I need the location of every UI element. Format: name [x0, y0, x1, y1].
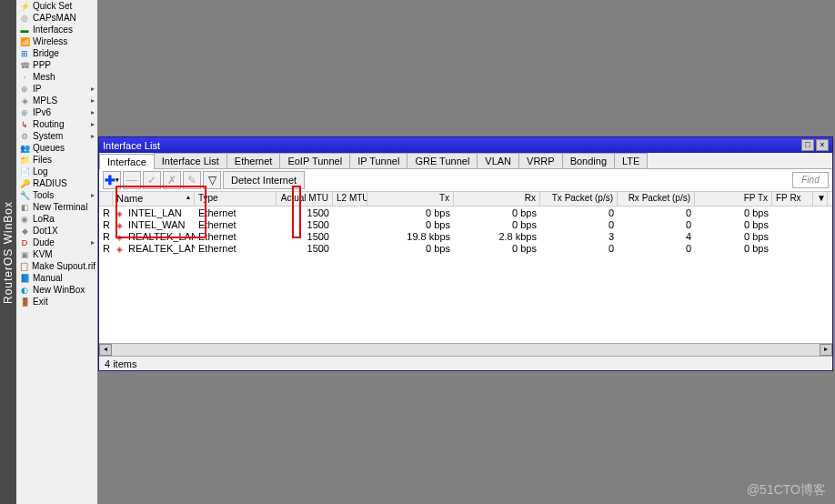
- detect-internet-button[interactable]: Detect Internet: [223, 171, 305, 189]
- submenu-arrow-icon: ▸: [91, 132, 95, 140]
- scroll-right-button[interactable]: ▸: [820, 344, 832, 356]
- sidebar-item-make-supout.rif[interactable]: 📋Make Supout.rif: [16, 260, 97, 272]
- cell-name: ◈INTEL_WAN: [113, 219, 195, 230]
- sidebar-item-new-terminal[interactable]: ◧New Terminal: [16, 201, 97, 213]
- sidebar-label: Exit: [33, 297, 48, 307]
- col-flag[interactable]: [99, 192, 113, 206]
- tab-eoip-tunnel[interactable]: EoIP Tunnel: [279, 153, 350, 168]
- sidebar-item-queues[interactable]: 👥Queues: [16, 142, 97, 154]
- scroll-left-button[interactable]: ◂: [99, 344, 112, 356]
- sidebar-label: Manual: [33, 273, 63, 283]
- sidebar-item-dude[interactable]: DDude▸: [16, 237, 97, 248]
- disable-button[interactable]: ✗: [163, 171, 181, 189]
- close-button[interactable]: ×: [816, 139, 829, 151]
- col-actual-mtu[interactable]: Actual MTU: [277, 192, 333, 206]
- table-row[interactable]: R◈REALTEK_LAN2Ethernet15000 bps0 bps000 …: [99, 242, 832, 254]
- sidebar-item-radius[interactable]: 🔑RADIUS: [16, 177, 97, 189]
- cell-tx-packet: 0: [540, 207, 618, 218]
- col-tx[interactable]: Tx: [367, 192, 454, 206]
- sidebar-label: Tools: [33, 190, 54, 200]
- table-row[interactable]: R◈INTEL_LANEthernet15000 bps0 bps000 bps: [99, 207, 832, 218]
- tab-interface[interactable]: Interface: [99, 154, 155, 169]
- column-dropdown[interactable]: ▼: [813, 192, 828, 206]
- sidebar-item-exit[interactable]: 🚪Exit: [16, 296, 97, 307]
- cell-fp-tx: 0 bps: [695, 243, 772, 254]
- enable-button[interactable]: ✓: [143, 171, 161, 189]
- interface-icon: ◈: [116, 221, 126, 230]
- col-rx[interactable]: Rx: [454, 192, 540, 206]
- col-rx-packet[interactable]: Rx Packet (p/s): [618, 192, 695, 206]
- cell-rx-packet: 0: [618, 207, 695, 218]
- cell-tx: 19.8 kbps: [367, 231, 454, 242]
- sidebar-icon: 🚪: [19, 297, 30, 307]
- sidebar-item-manual[interactable]: 📘Manual: [16, 272, 97, 284]
- cell-flag: R: [99, 219, 113, 230]
- sidebar-item-tools[interactable]: 🔧Tools▸: [16, 189, 97, 201]
- col-l2-mtu[interactable]: L2 MTU: [333, 192, 367, 206]
- tab-vlan[interactable]: VLAN: [477, 153, 519, 168]
- tab-ethernet[interactable]: Ethernet: [226, 153, 281, 168]
- tab-vrrp[interactable]: VRRP: [518, 153, 563, 168]
- tab-lte[interactable]: LTE: [614, 153, 648, 168]
- sidebar-label: Dot1X: [33, 226, 58, 236]
- add-button[interactable]: ✚▾: [103, 171, 121, 189]
- sidebar-item-system[interactable]: ⚙System▸: [16, 130, 97, 142]
- titlebar[interactable]: Interface List □ ×: [99, 137, 832, 153]
- table-row[interactable]: R◈INTEL_WANEthernet15000 bps0 bps000 bps: [99, 218, 832, 230]
- sidebar-item-dot1x[interactable]: ◆Dot1X: [16, 225, 97, 237]
- sidebar-label: Routing: [33, 119, 64, 129]
- sidebar-item-log[interactable]: 📄Log: [16, 166, 97, 177]
- sidebar-item-interfaces[interactable]: ▬Interfaces: [16, 24, 97, 35]
- sidebar-icon: 📋: [19, 262, 29, 271]
- sidebar-item-bridge[interactable]: ⊞Bridge: [16, 47, 97, 59]
- scroll-track[interactable]: [112, 344, 820, 356]
- sidebar-icon: 📘: [19, 274, 30, 283]
- sidebar-label: Wireless: [33, 36, 67, 46]
- sidebar-item-lora[interactable]: ◉LoRa: [16, 213, 97, 225]
- col-fp-rx[interactable]: FP Rx: [772, 192, 813, 206]
- sidebar-item-mesh[interactable]: ◦Mesh: [16, 71, 97, 83]
- tab-gre-tunnel[interactable]: GRE Tunnel: [407, 153, 478, 168]
- sidebar-item-ppp[interactable]: ☎PPP: [16, 59, 97, 71]
- sidebar-label: PPP: [33, 60, 51, 70]
- table-header: Name ▴ Type Actual MTU L2 MTU Tx Rx Tx P…: [99, 192, 832, 207]
- cell-rx: 0 bps: [454, 243, 540, 254]
- sidebar-icon: ◈: [19, 96, 30, 106]
- cell-tx-packet: 3: [540, 231, 618, 242]
- sidebar-item-wireless[interactable]: 📶Wireless: [16, 35, 97, 47]
- sidebar-item-files[interactable]: 📁Files: [16, 154, 97, 166]
- col-type[interactable]: Type: [195, 192, 277, 206]
- sidebar-icon: ◎: [19, 14, 30, 23]
- cell-flag: R: [99, 231, 113, 242]
- sidebar-item-ip[interactable]: ⊕IP▸: [16, 83, 97, 95]
- sidebar-item-quick-set[interactable]: ⚡Quick Set: [16, 0, 97, 12]
- sidebar-item-capsman[interactable]: ◎CAPsMAN: [16, 12, 97, 24]
- tab-interface-list[interactable]: Interface List: [154, 153, 227, 168]
- horizontal-scrollbar[interactable]: ◂ ▸: [99, 343, 832, 356]
- sidebar-item-ipv6[interactable]: ⊕IPv6▸: [16, 106, 97, 118]
- cell-type: Ethernet: [195, 207, 277, 218]
- cell-rx-packet: 0: [618, 219, 695, 230]
- col-tx-packet[interactable]: Tx Packet (p/s): [540, 192, 618, 206]
- sidebar-item-new-winbox[interactable]: ◐New WinBox: [16, 284, 97, 296]
- comment-button[interactable]: ✎: [183, 171, 201, 189]
- cell-flag: R: [99, 243, 113, 254]
- minimize-button[interactable]: □: [801, 139, 814, 151]
- cell-tx-packet: 0: [540, 219, 618, 230]
- find-input[interactable]: Find: [792, 172, 829, 188]
- tab-ip-tunnel[interactable]: IP Tunnel: [349, 153, 407, 168]
- window-title: Interface List: [103, 140, 160, 151]
- col-fp-tx[interactable]: FP Tx: [695, 192, 772, 206]
- sidebar-item-mpls[interactable]: ◈MPLS▸: [16, 95, 97, 106]
- interface-icon: ◈: [116, 209, 126, 218]
- sidebar-icon: 📄: [19, 167, 30, 176]
- table-row[interactable]: R◈REALTEK_LAN1Ethernet150019.8 kbps2.8 k…: [99, 230, 832, 242]
- tab-bonding[interactable]: Bonding: [562, 153, 615, 168]
- filter-button[interactable]: ▽: [203, 171, 221, 189]
- sidebar-item-kvm[interactable]: ▣KVM: [16, 248, 97, 260]
- remove-button[interactable]: —: [123, 171, 141, 189]
- sidebar-item-routing[interactable]: ↳Routing▸: [16, 118, 97, 130]
- cell-name: ◈REALTEK_LAN2: [113, 243, 195, 254]
- col-name[interactable]: Name ▴: [113, 192, 195, 206]
- cell-rx-packet: 4: [618, 231, 695, 242]
